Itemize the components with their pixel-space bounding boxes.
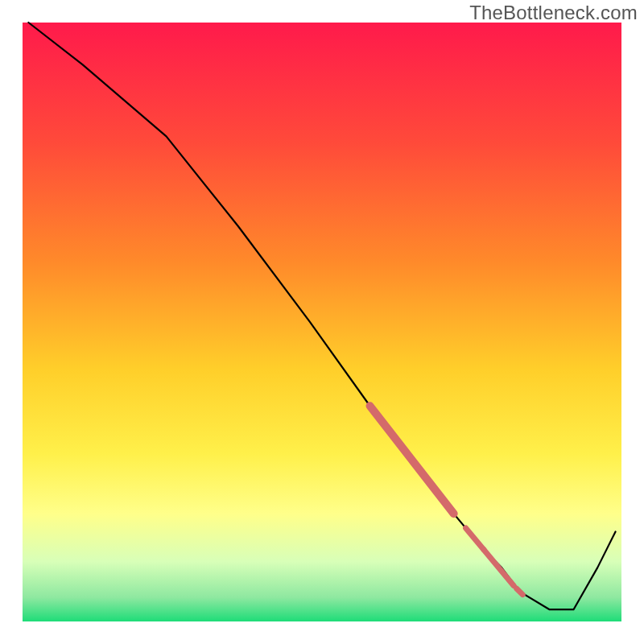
- watermark-text: TheBottleneck.com: [469, 2, 638, 24]
- chart-root: TheBottleneck.com: [0, 0, 644, 644]
- plot-background: [23, 23, 621, 621]
- chart-canvas: [0, 0, 644, 644]
